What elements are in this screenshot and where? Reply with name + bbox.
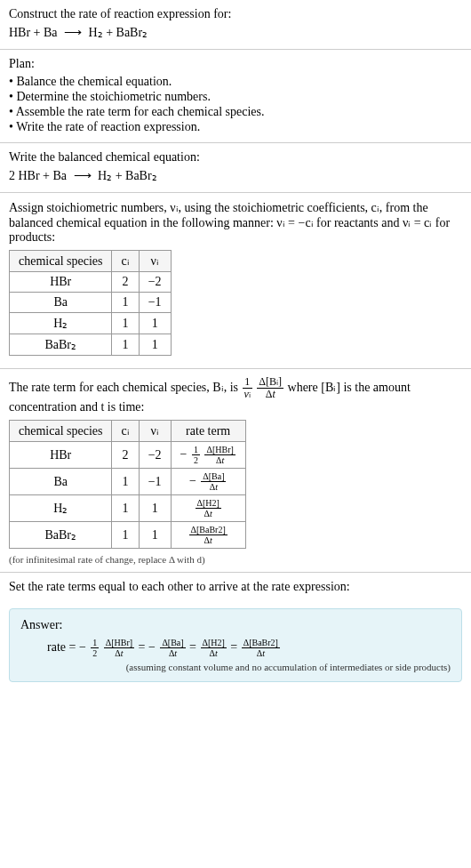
table-header-row: chemical species cᵢ νᵢ rate term <box>10 421 246 442</box>
cell-species: BaBr₂ <box>10 522 112 549</box>
frac-delta: Δ[H2]Δt <box>201 638 227 658</box>
rateterm-text-pre: The rate term for each chemical species,… <box>9 381 242 394</box>
cell-c: 1 <box>112 334 139 356</box>
frac-delta: Δ[HBr]Δt <box>204 445 235 465</box>
table-row: HBr 2 −2 <box>10 272 172 293</box>
table-row: BaBr₂ 1 1 <box>10 334 172 356</box>
cell-c: 1 <box>112 313 139 334</box>
final-section: Set the rate terms equal to each other t… <box>0 573 471 601</box>
arrow-icon: ⟶ <box>74 168 92 183</box>
cell-species: H₂ <box>10 313 112 334</box>
cell-species: Ba <box>10 469 112 495</box>
intro-eq-rhs: H₂ + BaBr₂ <box>89 26 148 39</box>
col-species: chemical species <box>10 421 112 442</box>
cell-rate: Δ[BaBr2]Δt <box>171 522 245 549</box>
answer-equation: rate = − 12 Δ[HBr]Δt = − Δ[Ba]Δt = Δ[H2]… <box>20 638 451 658</box>
neg-sign: − <box>148 640 156 654</box>
equals-sign: = <box>230 640 240 654</box>
frac-delta: Δ[HBr]Δt <box>104 638 134 658</box>
rateterm-table: chemical species cᵢ νᵢ rate term HBr 2 −… <box>9 420 246 549</box>
rateterm-formula: 1νᵢ Δ[Bᵢ]Δt <box>242 381 288 394</box>
table-header-row: chemical species cᵢ νᵢ <box>10 251 172 272</box>
col-nui: νᵢ <box>139 421 171 442</box>
cell-species: H₂ <box>10 495 112 522</box>
cell-rate: Δ[H2]Δt <box>171 495 245 522</box>
balanced-section: Write the balanced chemical equation: 2 … <box>0 143 471 193</box>
rateterm-text: The rate term for each chemical species,… <box>9 376 462 414</box>
cell-nu: −2 <box>139 442 171 469</box>
intro-section: Construct the rate of reaction expressio… <box>0 0 471 50</box>
table-row: Ba 1 −1 <box>10 293 172 313</box>
plan-section: Plan: • Balance the chemical equation. •… <box>0 50 471 143</box>
arrow-icon: ⟶ <box>64 25 82 40</box>
stoich-table: chemical species cᵢ νᵢ HBr 2 −2 Ba 1 −1 … <box>9 250 172 356</box>
balanced-equation: 2 HBr + Ba ⟶ H₂ + BaBr₂ <box>9 168 462 183</box>
cell-c: 1 <box>112 495 139 522</box>
cell-c: 2 <box>112 442 139 469</box>
intro-heading: Construct the rate of reaction expressio… <box>9 7 462 21</box>
table-row: H₂ 1 1 <box>10 313 172 334</box>
frac-delta: Δ[BaBr2]Δt <box>189 525 228 545</box>
cell-c: 2 <box>112 272 139 293</box>
balanced-eq-rhs: H₂ + BaBr₂ <box>98 169 157 182</box>
rateterm-note: (for infinitesimal rate of change, repla… <box>9 554 462 565</box>
cell-nu: 1 <box>139 495 171 522</box>
equals-sign: = <box>139 640 148 654</box>
cell-c: 1 <box>112 293 139 313</box>
neg-sign: − <box>189 474 196 487</box>
table-row: BaBr₂ 1 1 Δ[BaBr2]Δt <box>10 522 246 549</box>
plan-bullet: • Balance the chemical equation. <box>9 75 462 89</box>
frac-1-over-nu: 1νᵢ <box>243 376 252 400</box>
frac-delta: Δ[Ba]Δt <box>201 471 226 492</box>
cell-nu: −1 <box>139 293 171 313</box>
cell-species: Ba <box>10 293 112 313</box>
plan-bullet: • Determine the stoichiometric numbers. <box>9 90 462 104</box>
rateterm-section: The rate term for each chemical species,… <box>0 369 471 573</box>
balanced-heading: Write the balanced chemical equation: <box>9 150 462 165</box>
cell-nu: 1 <box>139 522 171 549</box>
frac-coef: 12 <box>192 445 200 465</box>
frac-delta: Δ[Ba]Δt <box>160 638 185 658</box>
col-ci: cᵢ <box>112 421 139 442</box>
cell-nu: 1 <box>139 334 171 356</box>
cell-species: HBr <box>10 272 112 293</box>
table-row: HBr 2 −2 − 12 Δ[HBr]Δt <box>10 442 246 469</box>
answer-prefix: rate = <box>47 640 79 654</box>
table-row: H₂ 1 1 Δ[H2]Δt <box>10 495 246 522</box>
cell-rate: − Δ[Ba]Δt <box>171 469 245 495</box>
cell-species: BaBr₂ <box>10 334 112 356</box>
frac-delta: Δ[H2]Δt <box>196 498 221 518</box>
stoich-section: Assign stoichiometric numbers, νᵢ, using… <box>0 193 471 369</box>
cell-species: HBr <box>10 442 112 469</box>
plan-heading: Plan: <box>9 57 462 71</box>
cell-nu: 1 <box>139 313 171 334</box>
balanced-eq-lhs: 2 HBr + Ba <box>9 169 67 182</box>
frac-dBi-dt: Δ[Bᵢ]Δt <box>257 376 283 400</box>
frac-coef: 12 <box>91 638 99 658</box>
cell-nu: −2 <box>139 272 171 293</box>
equals-sign: = <box>189 640 199 654</box>
col-rateterm: rate term <box>171 421 245 442</box>
cell-c: 1 <box>112 469 139 495</box>
table-row: Ba 1 −1 − Δ[Ba]Δt <box>10 469 246 495</box>
answer-box: Answer: rate = − 12 Δ[HBr]Δt = − Δ[Ba]Δt… <box>9 608 462 682</box>
plan-bullet: • Write the rate of reaction expression. <box>9 120 462 134</box>
cell-c: 1 <box>112 522 139 549</box>
cell-nu: −1 <box>139 469 171 495</box>
plan-bullet: • Assemble the rate term for each chemic… <box>9 105 462 119</box>
intro-equation: HBr + Ba ⟶ H₂ + BaBr₂ <box>9 25 462 40</box>
col-nui: νᵢ <box>139 251 171 272</box>
stoich-text: Assign stoichiometric numbers, νᵢ, using… <box>9 200 462 245</box>
col-ci: cᵢ <box>112 251 139 272</box>
intro-eq-lhs: HBr + Ba <box>9 26 58 39</box>
final-heading: Set the rate terms equal to each other t… <box>9 580 462 594</box>
answer-note: (assuming constant volume and no accumul… <box>20 662 451 672</box>
neg-sign: − <box>79 640 86 654</box>
cell-rate: − 12 Δ[HBr]Δt <box>171 442 245 469</box>
answer-label: Answer: <box>20 618 451 632</box>
frac-delta: Δ[BaBr2]Δt <box>242 638 280 658</box>
neg-sign: − <box>180 447 188 461</box>
col-species: chemical species <box>10 251 112 272</box>
